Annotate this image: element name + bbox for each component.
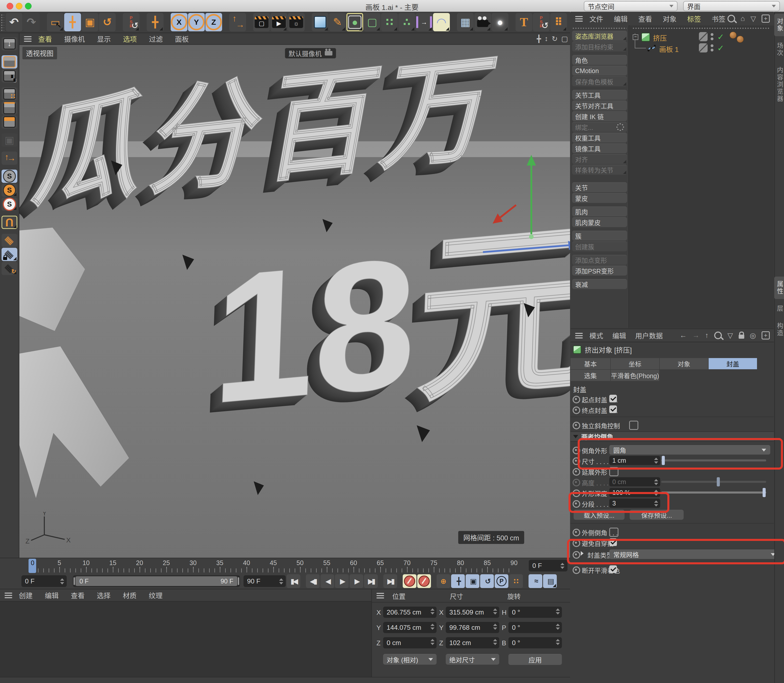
- snap-3d-button[interactable]: S: [2, 170, 17, 183]
- lock-x-axis[interactable]: X: [171, 13, 188, 31]
- texture-mode-button[interactable]: ▚: [2, 69, 17, 82]
- anim-record-dot-icon[interactable]: [572, 468, 580, 476]
- extrude-generator-menu[interactable]: ▢: [364, 13, 380, 31]
- magnet-tool-button[interactable]: U: [2, 216, 17, 229]
- object-tree-grip[interactable]: [632, 27, 770, 30]
- zoom-button[interactable]: [25, 3, 32, 10]
- tab-选集[interactable]: 选集: [571, 370, 610, 381]
- anim-record-dot-icon[interactable]: [572, 500, 580, 508]
- bevel-size-field[interactable]: 1 cm: [609, 456, 660, 465]
- palette-add-psr-deformer[interactable]: 添加PSR变形: [572, 266, 627, 276]
- extend-shape-checkbox[interactable]: [609, 467, 619, 476]
- attr-forward-icon[interactable]: →: [692, 331, 699, 340]
- palette-grip[interactable]: [572, 27, 627, 30]
- minimize-button[interactable]: [16, 3, 22, 10]
- slider-thumb[interactable]: [763, 488, 766, 497]
- palette-joint-tool[interactable]: 关节工具: [572, 90, 627, 100]
- tree-row-extrude[interactable]: − 挤压 ✓: [630, 31, 774, 42]
- size-mode-select[interactable]: 绝对尺寸: [446, 654, 499, 665]
- attr-menu-edit[interactable]: 编辑: [612, 330, 626, 340]
- om-home-icon[interactable]: ⌂: [741, 14, 745, 22]
- viewport-3d[interactable]: 瓜分百万 18元 Y X Z 查看摄像机显示选项过滤面: [19, 33, 570, 558]
- palette-mirror-tool[interactable]: 镜像工具: [572, 143, 627, 153]
- object-label[interactable]: 画板 1: [659, 44, 679, 54]
- go-to-start-button[interactable]: ▮◀: [287, 574, 300, 588]
- rotation-b-field[interactable]: 0 °: [508, 637, 562, 648]
- anim-record-dot-icon[interactable]: [572, 457, 580, 465]
- viewport-menu-cameras[interactable]: 摄像机: [64, 34, 85, 44]
- om-menu-edit[interactable]: 编辑: [614, 14, 628, 24]
- palette-cmotion[interactable]: CMotion: [572, 66, 627, 75]
- loop-start-field[interactable]: 0 F: [21, 575, 67, 587]
- enable-check-icon[interactable]: ✓: [717, 32, 724, 42]
- enable-axis-button[interactable]: ▣: [2, 133, 17, 147]
- layer-toggle-icon[interactable]: [699, 32, 708, 41]
- edges-mode-button[interactable]: [2, 101, 17, 115]
- coordinate-system-toggle[interactable]: ↑→: [229, 13, 246, 31]
- object-manager-menu-icon[interactable]: [575, 16, 583, 17]
- light-menu[interactable]: ●: [492, 13, 508, 31]
- workspace-select[interactable]: 节点空间: [584, 1, 678, 11]
- om-menu-tags[interactable]: 标签: [687, 14, 701, 24]
- play-sound-button[interactable]: ≈: [529, 574, 542, 588]
- position-x-field[interactable]: 206.755 cm: [383, 607, 436, 618]
- viewport-menu-view[interactable]: 查看: [38, 34, 52, 44]
- mat-menu-create[interactable]: 创建: [19, 590, 33, 600]
- palette-joint-align-tool[interactable]: 关节对齐工具: [572, 101, 627, 111]
- spinner-icon[interactable]: [430, 639, 434, 645]
- particles-menu[interactable]: ⠿: [550, 13, 567, 31]
- palette-falloff[interactable]: 衰减: [572, 279, 627, 289]
- range-handle-left[interactable]: [74, 577, 75, 585]
- go-to-next-key-button[interactable]: ▶▮: [364, 574, 378, 588]
- palette-skin[interactable]: 蒙皮: [572, 193, 627, 203]
- size-x-field[interactable]: 315.509 cm: [446, 607, 499, 618]
- attr-menu-mode[interactable]: 模式: [589, 330, 603, 340]
- lock-z-axis[interactable]: Z: [205, 13, 222, 31]
- om-menu-view[interactable]: 查看: [638, 14, 652, 24]
- tab-structure[interactable]: 构造: [774, 318, 784, 341]
- close-button[interactable]: [6, 3, 13, 10]
- spinner-icon[interactable]: [560, 563, 564, 569]
- palette-joint[interactable]: 关节: [572, 182, 627, 192]
- mat-menu-material[interactable]: 材质: [123, 590, 136, 600]
- redo-button[interactable]: ↷: [23, 13, 40, 31]
- axis-gizmo[interactable]: [463, 145, 570, 255]
- spinner-icon[interactable]: [493, 639, 497, 645]
- current-frame-field[interactable]: 0 F: [529, 560, 568, 571]
- preview-range-slider[interactable]: 0 F 90 F: [73, 575, 240, 587]
- avoid-self-intersection-checkbox[interactable]: [609, 538, 617, 546]
- spinner-icon[interactable]: [654, 490, 658, 496]
- load-preset-button[interactable]: 载入预设...: [574, 510, 625, 520]
- toolbar-grip[interactable]: [0, 14, 4, 31]
- workplane-button[interactable]: ▦: [2, 234, 17, 247]
- record-rotation-button[interactable]: ↺: [480, 574, 494, 588]
- record-position-button[interactable]: ╋: [451, 574, 465, 588]
- tab-平滑着色(Phong)[interactable]: 平滑着色(Phong): [611, 370, 659, 381]
- slider-thumb[interactable]: [662, 456, 665, 465]
- lock-workplane-button[interactable]: ▦: [2, 248, 17, 261]
- outer-bevel-checkbox[interactable]: [609, 527, 619, 537]
- layer-toggle-icon[interactable]: [699, 43, 708, 53]
- rotation-h-field[interactable]: 0 °: [508, 607, 562, 618]
- last-used-tool-psr[interactable]: PSR↺: [123, 13, 139, 31]
- spinner-icon[interactable]: [556, 639, 560, 645]
- dolly-view-icon[interactable]: ↕: [545, 35, 548, 43]
- polygons-mode-button[interactable]: [2, 115, 17, 128]
- palette-muscle[interactable]: 肌肉: [572, 207, 627, 216]
- om-menu-file[interactable]: 文件: [589, 14, 603, 24]
- spinner-icon[interactable]: [430, 608, 434, 614]
- play-forwards-button[interactable]: ▶: [335, 574, 349, 588]
- orbit-view-icon[interactable]: ↻: [552, 35, 558, 43]
- om-menu-objects[interactable]: 对象: [663, 14, 677, 24]
- rotation-p-field[interactable]: 0 °: [508, 622, 562, 633]
- motext-text-menu[interactable]: T: [516, 13, 532, 31]
- attr-add-icon[interactable]: +: [762, 331, 770, 340]
- tab-content-browser[interactable]: 内容浏览器: [774, 63, 784, 106]
- palette-character[interactable]: 角色: [572, 55, 627, 65]
- viewport-menu-filter[interactable]: 过滤: [149, 34, 163, 44]
- mat-menu-texture[interactable]: 纹理: [149, 590, 162, 600]
- make-preview-button[interactable]: ▤: [543, 574, 557, 588]
- tab-objects[interactable]: 对象: [774, 14, 784, 36]
- snap-modes-button[interactable]: S: [2, 197, 17, 211]
- axis-move-tool[interactable]: ╋: [147, 13, 164, 31]
